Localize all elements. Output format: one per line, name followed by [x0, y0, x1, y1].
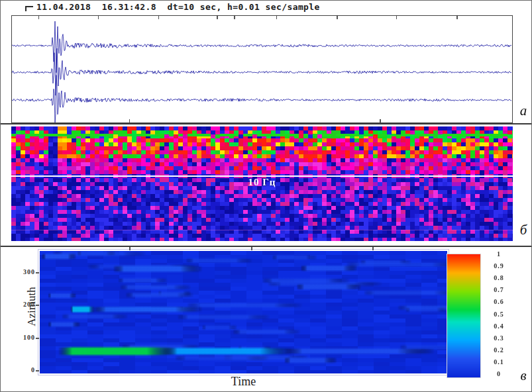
axis-tick	[38, 16, 40, 19]
spectrogram-panel: 10 Гц	[11, 126, 513, 241]
panel-v-label: в	[516, 368, 531, 384]
colorbar-tick-label: 0.3	[488, 334, 510, 342]
axis-tick	[380, 119, 381, 122]
axis-tick	[36, 370, 39, 371]
colorbar-tick-label: 0.7	[488, 286, 510, 293]
azimuth-tick-label: 200	[14, 301, 35, 308]
axis-tick	[36, 272, 39, 273]
seismogram-canvas	[12, 16, 512, 122]
colorbar-tick-label: 0.5	[488, 311, 510, 318]
colorbar-tick-label: 0.8	[488, 274, 510, 281]
colorbar-canvas	[447, 254, 481, 378]
axis-tick	[251, 247, 252, 250]
colorbar-tick-label: 1	[488, 250, 510, 258]
colorbar-tick-label: 0.4	[488, 322, 510, 330]
azimuth-tick-label: 0	[14, 366, 35, 373]
colorbar-tick-label: 0	[488, 370, 510, 377]
azimuth-tick-label: 300	[14, 268, 35, 275]
axis-tick	[456, 16, 458, 19]
axis-tick	[217, 16, 218, 19]
azimuth-tick-label: 100	[14, 334, 35, 341]
colorbar-tick-label: 0.6	[488, 298, 510, 305]
axis-tick	[234, 16, 235, 19]
axis-tick	[36, 305, 39, 306]
axis-tick	[158, 16, 160, 19]
header-corner-bracket-icon	[25, 6, 33, 11]
axis-tick	[36, 338, 39, 339]
panel-b-label: б	[516, 222, 531, 238]
axis-tick	[396, 16, 398, 19]
seismogram-plot-box	[11, 15, 513, 123]
azimuth-heatmap-canvas	[40, 251, 447, 373]
time-axis-label: Time	[40, 375, 447, 389]
frequency-annotation: 10 Гц	[11, 177, 513, 188]
panel-divider-2	[1, 246, 531, 247]
seismogram-header: 11.04.2018 16.31:42.8 dt=10 sec, h=0.01 …	[36, 2, 320, 12]
panel-divider-1	[1, 123, 531, 124]
colorbar-tick-label: 0.9	[488, 262, 510, 270]
axis-tick	[129, 247, 131, 250]
seismic-event-figure: 11.04.2018 16.31:42.8 dt=10 sec, h=0.01 …	[0, 0, 532, 392]
colorbar-tick-label: 0.1	[488, 358, 510, 366]
axis-tick	[98, 16, 99, 19]
axis-tick	[276, 16, 278, 19]
axis-tick	[337, 16, 338, 19]
panel-a-label: а	[516, 103, 531, 119]
axis-tick	[372, 247, 374, 250]
axis-tick	[129, 119, 131, 122]
colorbar-tick-label: 0.2	[488, 346, 510, 354]
